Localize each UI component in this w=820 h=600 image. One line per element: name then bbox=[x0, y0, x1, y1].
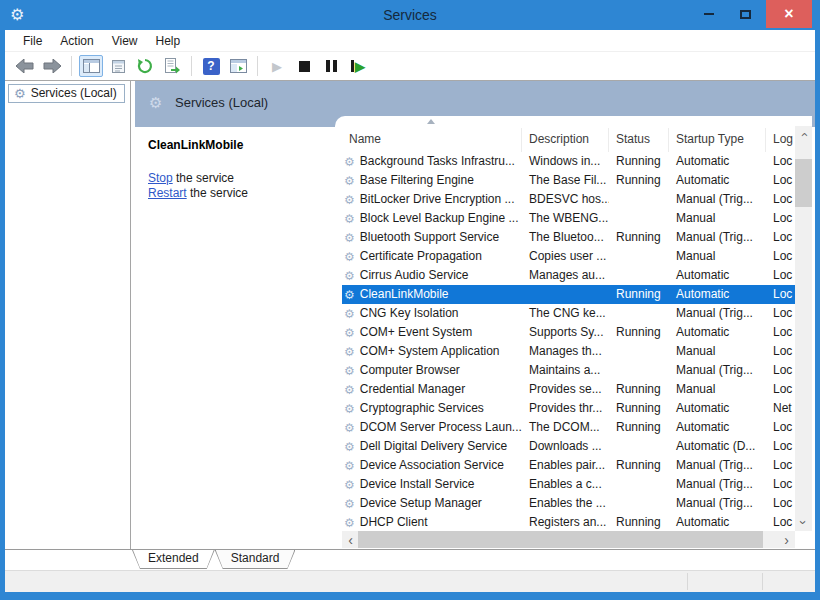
table-row[interactable]: ⚙Certificate PropagationCopies user ...M… bbox=[342, 247, 795, 266]
help-button[interactable]: ? bbox=[199, 55, 223, 77]
back-button[interactable] bbox=[13, 55, 37, 77]
cell-log-on-as: Loc bbox=[766, 285, 797, 304]
table-row[interactable]: ⚙Background Tasks Infrastru...Windows in… bbox=[342, 152, 795, 171]
scroll-down-icon[interactable]: › bbox=[795, 514, 812, 531]
cell-description: The Bluetoo... bbox=[522, 228, 609, 247]
forward-button[interactable] bbox=[40, 55, 64, 77]
table-row[interactable]: ⚙COM+ Event SystemSupports Sy...RunningA… bbox=[342, 323, 795, 342]
table-row[interactable]: ⚙Cirrus Audio ServiceManages au...Automa… bbox=[342, 266, 795, 285]
refresh-icon bbox=[137, 58, 153, 74]
table-row[interactable]: ⚙Credential ManagerProvides se...Running… bbox=[342, 380, 795, 399]
service-name-text: Certificate Propagation bbox=[360, 247, 482, 266]
cell-description: Maintains a... bbox=[522, 361, 609, 380]
table-row[interactable]: ⚙Computer BrowserMaintains a...Manual (T… bbox=[342, 361, 795, 380]
restart-service-button[interactable]: ▶ bbox=[346, 55, 370, 77]
service-gear-icon: ⚙ bbox=[344, 479, 355, 491]
cell-name: ⚙Bluetooth Support Service bbox=[342, 228, 522, 247]
properties-button[interactable] bbox=[106, 55, 130, 77]
scroll-left-icon[interactable]: ‹ bbox=[342, 531, 359, 548]
table-row[interactable]: ⚙CleanLinkMobileRunningAutomaticLoc bbox=[342, 285, 795, 304]
service-gear-icon: ⚙ bbox=[344, 384, 355, 396]
table-row[interactable]: ⚙Device Setup ManagerEnables the ...Manu… bbox=[342, 494, 795, 513]
tab-extended[interactable]: Extended bbox=[132, 550, 215, 569]
extended-view-button[interactable] bbox=[226, 55, 250, 77]
cell-log-on-as: Loc bbox=[766, 361, 797, 380]
horizontal-scrollbar[interactable]: ‹ › bbox=[342, 531, 795, 548]
horizontal-scroll-thumb[interactable] bbox=[358, 531, 763, 548]
table-row[interactable]: ⚙DCOM Server Process Laun...The DCOM...R… bbox=[342, 418, 795, 437]
gear-icon: ⚙ bbox=[14, 87, 26, 100]
column-header-startup-type[interactable]: Startup Type bbox=[669, 128, 766, 152]
export-list-button[interactable] bbox=[160, 55, 184, 77]
scroll-up-icon[interactable]: › bbox=[795, 126, 812, 143]
service-name-text: COM+ Event System bbox=[360, 323, 472, 342]
menu-view[interactable]: View bbox=[103, 32, 147, 50]
menu-action[interactable]: Action bbox=[51, 32, 102, 50]
column-header-status[interactable]: Status bbox=[609, 128, 669, 152]
selected-service-name: CleanLinkMobile bbox=[148, 138, 325, 152]
cell-log-on-as: Loc bbox=[766, 266, 797, 285]
start-service-button[interactable]: ▶ bbox=[265, 55, 289, 77]
cell-startup-type: Automatic (D... bbox=[669, 437, 766, 456]
cell-status bbox=[609, 247, 669, 266]
service-gear-icon: ⚙ bbox=[344, 232, 355, 244]
maximize-button[interactable] bbox=[730, 0, 760, 28]
forward-arrow-icon bbox=[43, 59, 61, 73]
scroll-right-icon[interactable]: › bbox=[778, 531, 795, 548]
play-icon: ▶ bbox=[272, 59, 282, 74]
service-name-text: Cirrus Audio Service bbox=[360, 266, 469, 285]
cell-log-on-as: Loc bbox=[766, 171, 797, 190]
table-row[interactable]: ⚙COM+ System ApplicationManages th...Man… bbox=[342, 342, 795, 361]
cell-name: ⚙DHCP Client bbox=[342, 513, 522, 532]
close-button[interactable]: × bbox=[766, 0, 812, 28]
cell-description: The WBENG... bbox=[522, 209, 609, 228]
column-header-log-on-as[interactable]: Log bbox=[766, 128, 797, 152]
table-row[interactable]: ⚙Base Filtering EngineThe Base Fil...Run… bbox=[342, 171, 795, 190]
minimize-button[interactable] bbox=[694, 0, 724, 28]
service-gear-icon: ⚙ bbox=[344, 308, 355, 320]
cell-description: Windows in... bbox=[522, 152, 609, 171]
refresh-button[interactable] bbox=[133, 55, 157, 77]
restart-service-line: Restart the service bbox=[148, 186, 325, 201]
show-console-tree-button[interactable] bbox=[79, 55, 103, 77]
table-row[interactable]: ⚙Cryptographic ServicesProvides thr...Ru… bbox=[342, 399, 795, 418]
table-row[interactable]: ⚙Device Association ServiceEnables pair.… bbox=[342, 456, 795, 475]
stop-service-link[interactable]: Stop bbox=[148, 171, 173, 185]
pause-icon bbox=[326, 60, 337, 72]
vertical-scroll-thumb[interactable] bbox=[795, 159, 812, 207]
service-name-text: Background Tasks Infrastru... bbox=[360, 152, 515, 171]
minimize-icon bbox=[704, 13, 714, 15]
table-row[interactable]: ⚙DHCP ClientRegisters an...RunningAutoma… bbox=[342, 513, 795, 532]
table-row[interactable]: ⚙Block Level Backup Engine ...The WBENG.… bbox=[342, 209, 795, 228]
table-row[interactable]: ⚙Dell Digital Delivery ServiceDownloads … bbox=[342, 437, 795, 456]
cell-description: Copies user ... bbox=[522, 247, 609, 266]
table-row[interactable]: ⚙Bluetooth Support ServiceThe Bluetoo...… bbox=[342, 228, 795, 247]
service-gear-icon: ⚙ bbox=[344, 517, 355, 529]
restart-service-link[interactable]: Restart bbox=[148, 186, 187, 200]
stop-service-suffix: the service bbox=[173, 171, 234, 185]
table-row[interactable]: ⚙CNG Key IsolationThe CNG ke...Manual (T… bbox=[342, 304, 795, 323]
cell-description: Supports Sy... bbox=[522, 323, 609, 342]
cell-name: ⚙Device Setup Manager bbox=[342, 494, 522, 513]
table-row[interactable]: ⚙Device Install ServiceEnables a c...Man… bbox=[342, 475, 795, 494]
tree-item-services-local[interactable]: ⚙ Services (Local) bbox=[8, 84, 125, 103]
cell-log-on-as: Loc bbox=[766, 475, 797, 494]
service-gear-icon: ⚙ bbox=[344, 460, 355, 472]
pause-service-button[interactable] bbox=[319, 55, 343, 77]
cell-startup-type: Manual (Trig... bbox=[669, 228, 766, 247]
cell-startup-type: Manual bbox=[669, 380, 766, 399]
menu-help[interactable]: Help bbox=[147, 32, 190, 50]
vertical-scrollbar[interactable]: › › bbox=[795, 126, 812, 531]
cell-status bbox=[609, 190, 669, 209]
menu-file[interactable]: File bbox=[14, 32, 51, 50]
column-header-description[interactable]: Description bbox=[522, 128, 609, 152]
cell-log-on-as: Loc bbox=[766, 342, 797, 361]
column-header-name[interactable]: Name bbox=[342, 128, 522, 152]
stop-service-button[interactable] bbox=[292, 55, 316, 77]
table-row[interactable]: ⚙BitLocker Drive Encryption ...BDESVC ho… bbox=[342, 190, 795, 209]
cell-status bbox=[609, 475, 669, 494]
cell-description: The Base Fil... bbox=[522, 171, 609, 190]
tab-standard[interactable]: Standard bbox=[215, 550, 296, 569]
cell-name: ⚙COM+ Event System bbox=[342, 323, 522, 342]
service-gear-icon: ⚙ bbox=[344, 270, 355, 282]
